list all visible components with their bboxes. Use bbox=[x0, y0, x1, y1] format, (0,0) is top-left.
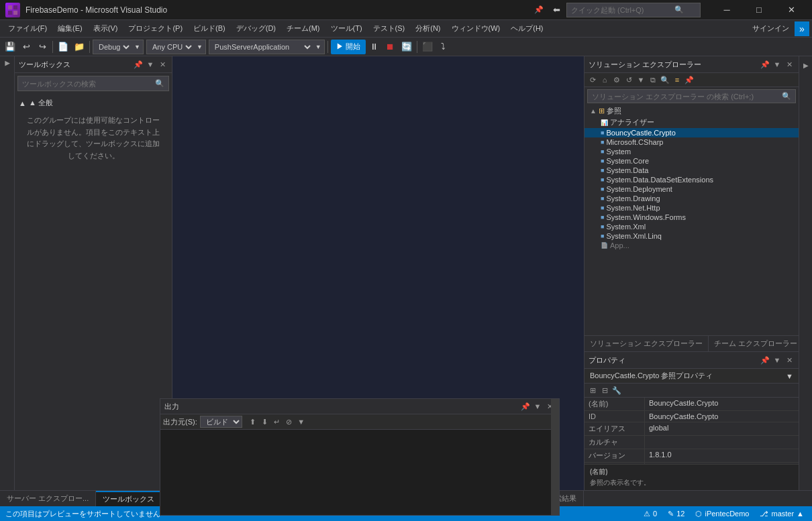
nav-back-btn[interactable]: ⬅ bbox=[549, 3, 564, 17]
restart-btn[interactable]: 🔄 bbox=[399, 40, 414, 54]
output-clear-btn[interactable]: ⊘ bbox=[284, 416, 295, 427]
menu-file[interactable]: ファイル(F) bbox=[3, 21, 52, 36]
se-tab-solution-explorer[interactable]: ソリューション エクスプローラー bbox=[585, 336, 709, 351]
tree-item-system-windows-forms[interactable]: ■ System.Windows.Forms bbox=[585, 213, 799, 222]
toolbox-search-bar[interactable]: 🔍 bbox=[17, 76, 169, 91]
breakpoint-btn[interactable]: ⬛ bbox=[420, 40, 435, 54]
output-pin-btn[interactable]: 📌 bbox=[520, 401, 531, 412]
btab-server-explorer[interactable]: サーバー エクスプロー... bbox=[0, 491, 96, 507]
tree-item-bouncycastle[interactable]: ■ BouncyCastle.Crypto bbox=[585, 128, 799, 137]
config-select[interactable]: Debug bbox=[96, 42, 132, 52]
expand-btn[interactable]: » bbox=[795, 21, 809, 36]
menu-team[interactable]: チーム(M) bbox=[281, 21, 325, 36]
tree-item-system-xml-linq[interactable]: ■ System.Xml.Linq bbox=[585, 231, 799, 241]
tree-item-system-deployment[interactable]: ■ System.Deployment bbox=[585, 184, 799, 194]
toolbox-section-header[interactable]: ▲ ▲ 全般 bbox=[19, 97, 168, 109]
menu-help[interactable]: ヘルプ(H) bbox=[505, 21, 548, 36]
menu-view[interactable]: 表示(V) bbox=[88, 21, 123, 36]
project-dropdown[interactable]: PushServerApplication ▼ bbox=[209, 40, 325, 54]
start-button[interactable]: ▶ 開始 bbox=[331, 40, 366, 54]
menu-project[interactable]: プロジェクト(P) bbox=[123, 21, 188, 36]
se-close-btn[interactable]: ✕ bbox=[784, 59, 795, 70]
platform-select[interactable]: Any CPU bbox=[150, 42, 194, 52]
toolbox-expand-btn[interactable]: ▼ bbox=[145, 59, 156, 70]
output-scroll-bottom-btn[interactable]: ⬇ bbox=[260, 416, 270, 427]
se-pin-btn[interactable]: 📌 bbox=[760, 59, 770, 70]
status-warnings[interactable]: ✎ 12 bbox=[665, 510, 687, 518]
se-pin2-btn[interactable]: 📌 bbox=[684, 74, 695, 85]
tree-item-system-core[interactable]: ■ System.Core bbox=[585, 156, 799, 166]
solution-explorer-search[interactable]: 🔍 bbox=[587, 89, 796, 103]
menu-edit[interactable]: 編集(E) bbox=[52, 21, 88, 36]
toolbar-undo-btn[interactable]: ↩ bbox=[19, 40, 34, 54]
quick-launch-search[interactable]: 🔍 bbox=[566, 3, 701, 17]
output-wrap-btn[interactable]: ↵ bbox=[272, 416, 283, 427]
btab-toolbox[interactable]: ツールボックス bbox=[96, 491, 162, 507]
status-branch[interactable]: ⎇ master ▲ bbox=[757, 510, 807, 518]
menu-window[interactable]: ウィンドウ(W) bbox=[446, 21, 506, 36]
tree-item-app-config[interactable]: 📄 App... bbox=[585, 241, 799, 250]
tree-item-system[interactable]: ■ System bbox=[585, 147, 799, 156]
se-refresh-btn[interactable]: ↺ bbox=[623, 74, 634, 85]
left-vtab-item[interactable]: ◀ bbox=[2, 56, 12, 72]
se-tab-team-explorer[interactable]: チーム エクスプローラー bbox=[709, 336, 803, 351]
props-sort-btn[interactable]: ⊟ bbox=[599, 385, 610, 396]
status-project[interactable]: ⬡ iPentecDemo bbox=[693, 510, 752, 518]
maximize-btn[interactable]: □ bbox=[744, 0, 774, 20]
project-select[interactable]: PushServerApplication bbox=[212, 42, 313, 52]
se-sync-btn[interactable]: ⟳ bbox=[587, 74, 598, 85]
status-errors[interactable]: ⚠ 0 bbox=[641, 510, 660, 518]
platform-dropdown[interactable]: Any CPU ▼ bbox=[146, 40, 206, 54]
toolbar-save-btn[interactable]: 💾 bbox=[3, 40, 17, 54]
quick-launch-input[interactable] bbox=[571, 6, 672, 14]
menu-build[interactable]: ビルド(B) bbox=[188, 21, 231, 36]
tree-item-analyzer[interactable]: 📊 アナライザー bbox=[585, 117, 799, 128]
props-pin-btn[interactable]: 📌 bbox=[760, 355, 770, 365]
minimize-btn[interactable]: ─ bbox=[711, 0, 742, 20]
toolbar-folder-btn[interactable]: 📁 bbox=[72, 40, 87, 54]
output-expand-btn[interactable]: ▼ bbox=[532, 401, 543, 412]
se-filter-btn[interactable]: 🔍 bbox=[660, 74, 670, 85]
output-scrollbar[interactable] bbox=[551, 430, 559, 515]
props-grid-btn[interactable]: ⊞ bbox=[587, 385, 598, 396]
menu-analyze[interactable]: 分析(N) bbox=[410, 21, 446, 36]
tree-item-ms-csharp[interactable]: ■ Microsoft.CSharp bbox=[585, 137, 799, 147]
config-dropdown[interactable]: Debug ▼ bbox=[93, 40, 144, 54]
menu-test[interactable]: テスト(S) bbox=[368, 21, 411, 36]
tree-item-system-data-dse[interactable]: ■ System.Data.DataSetExtensions bbox=[585, 175, 799, 184]
se-expand-btn[interactable]: ▼ bbox=[772, 59, 782, 70]
toolbox-pin-btn[interactable]: 📌 bbox=[133, 59, 144, 70]
output-scroll-top-btn[interactable]: ⬆ bbox=[248, 416, 258, 427]
toolbox-close-btn[interactable]: ✕ bbox=[157, 59, 168, 70]
tree-item-system-data[interactable]: ■ System.Data bbox=[585, 166, 799, 175]
right-vtab-item[interactable]: ▶ bbox=[801, 56, 811, 74]
prop-val-version[interactable]: 1.8.1.0 bbox=[645, 449, 799, 462]
se-settings-btn[interactable]: ⚙ bbox=[611, 74, 622, 85]
prop-val-name[interactable]: BouncyCastle.Crypto bbox=[645, 398, 799, 410]
stop-btn[interactable]: ⏹ bbox=[383, 40, 398, 54]
output-source-select[interactable]: ビルド bbox=[200, 416, 242, 428]
signin-btn[interactable]: サインイン bbox=[747, 21, 795, 36]
se-copy-btn[interactable]: ⧉ bbox=[648, 74, 658, 85]
output-filter-btn[interactable]: ▼ bbox=[296, 416, 307, 427]
props-expand-btn[interactable]: ▼ bbox=[772, 355, 782, 365]
tree-item-system-net-http[interactable]: ■ System.Net.Http bbox=[585, 203, 799, 213]
step-over-btn[interactable]: ⤵ bbox=[436, 40, 451, 54]
close-btn[interactable]: ✕ bbox=[776, 0, 807, 20]
toolbar-file-btn[interactable]: 📄 bbox=[56, 40, 70, 54]
prop-val-alias[interactable]: global bbox=[645, 422, 799, 435]
menu-tools[interactable]: ツール(T) bbox=[325, 21, 368, 36]
prop-val-id[interactable]: BouncyCastle.Crypto bbox=[645, 411, 799, 422]
toolbar-redo-btn[interactable]: ↪ bbox=[35, 40, 50, 54]
solution-explorer-search-input[interactable] bbox=[592, 93, 782, 101]
tree-item-system-xml[interactable]: ■ System.Xml bbox=[585, 222, 799, 231]
pause-btn[interactable]: ⏸ bbox=[367, 40, 382, 54]
se-collapse-btn[interactable]: ▼ bbox=[636, 74, 646, 85]
se-home-btn[interactable]: ⌂ bbox=[599, 74, 610, 85]
props-filter-btn[interactable]: 🔧 bbox=[611, 385, 622, 396]
toolbox-search-input[interactable] bbox=[22, 80, 155, 88]
tree-item-references[interactable]: ▲ ⊞ 参照 bbox=[585, 105, 799, 117]
props-close-btn[interactable]: ✕ bbox=[784, 355, 795, 365]
se-prop-btn[interactable]: ≡ bbox=[672, 74, 682, 85]
tree-item-system-drawing[interactable]: ■ System.Drawing bbox=[585, 194, 799, 203]
